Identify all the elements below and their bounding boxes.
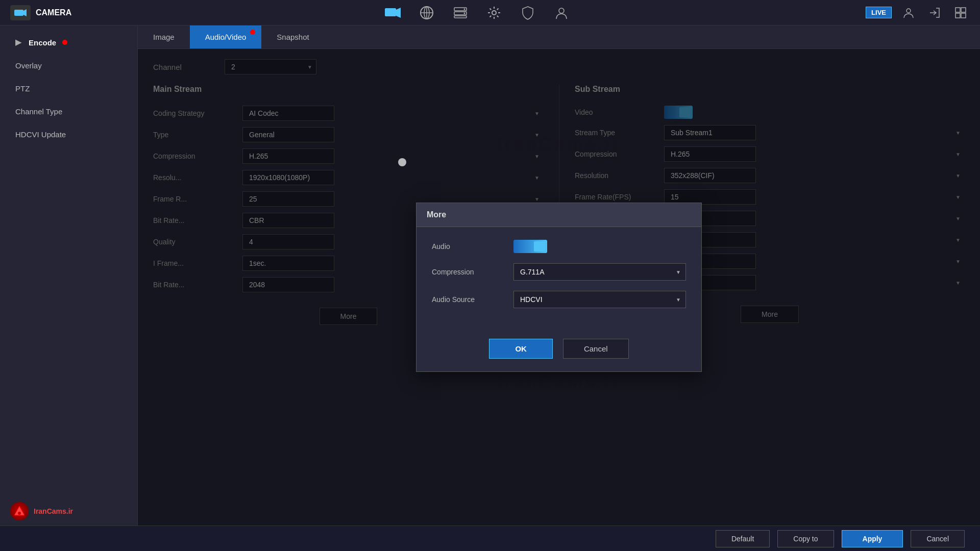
globe-icon[interactable] (418, 4, 436, 22)
top-bar-right: LIVE (842, 4, 970, 22)
grid-icon[interactable] (951, 4, 970, 22)
logout-icon[interactable] (925, 4, 944, 22)
modal-audio-source-wrapper[interactable]: HDCVI LineIn (513, 291, 686, 308)
user-profile-icon[interactable] (899, 4, 918, 22)
sidebar-arrow: ▶ (15, 38, 21, 47)
svg-rect-0 (14, 10, 23, 16)
svg-rect-17 (955, 8, 960, 12)
svg-point-14 (559, 8, 564, 13)
sidebar-item-hdcvi[interactable]: HDCVI Update (0, 123, 137, 146)
main-content: IranCams.ir IranCams.ir IranCams.ir Chan… (138, 49, 980, 525)
logo-text: IranCams.ir (34, 507, 73, 515)
modal-cancel-button[interactable]: Cancel (563, 339, 629, 359)
cancel-button[interactable]: Cancel (911, 530, 965, 547)
bottom-bar: IranCams.ir Default Copy to Apply Cancel (0, 525, 980, 551)
top-bar: CAMERA (0, 0, 980, 26)
svg-rect-2 (385, 8, 396, 16)
modal-audio-source-select[interactable]: HDCVI LineIn (513, 291, 686, 308)
modal-overlay: More Audio Compression (138, 49, 980, 525)
sidebar-item-channel-type[interactable]: Channel Type (0, 100, 137, 123)
sidebar-overlay-label: Overlay (15, 61, 42, 70)
sidebar-channel-type-label: Channel Type (15, 107, 62, 116)
audio-video-badge (250, 30, 255, 35)
svg-rect-19 (955, 13, 960, 18)
svg-point-15 (906, 9, 911, 13)
modal-audio-toggle[interactable] (513, 240, 547, 253)
video-icon[interactable] (384, 4, 402, 22)
svg-rect-18 (961, 8, 966, 12)
encode-badge (62, 40, 67, 45)
sidebar-item-encode[interactable]: ▶ Encode (0, 31, 137, 54)
modal-compression-select-wrapper[interactable]: G.711A G.711Mu AAC G.726 (513, 263, 686, 281)
tab-audio-video-label: Audio/Video (205, 33, 247, 41)
tabs-bar: Image Audio/Video Snapshot (138, 26, 980, 49)
modal-ok-button[interactable]: OK (489, 339, 553, 359)
tab-snapshot-label: Snapshot (277, 33, 309, 41)
modal-body: Audio Compression G.711A G.711Mu (416, 227, 701, 331)
copy-to-button[interactable]: Copy to (777, 530, 834, 547)
live-badge: LIVE (866, 7, 892, 18)
modal-title: More (416, 203, 701, 227)
settings-icon[interactable] (485, 4, 503, 22)
tab-snapshot[interactable]: Snapshot (261, 26, 324, 48)
svg-point-22 (18, 512, 21, 515)
tab-image-label: Image (153, 33, 175, 41)
sidebar-item-ptz[interactable]: PTZ (0, 77, 137, 100)
sidebar-encode-label: Encode (29, 38, 56, 47)
app-logo: CAMERA (10, 5, 112, 20)
logo-area: IranCams.ir (10, 502, 73, 520)
svg-rect-10 (454, 16, 467, 18)
sidebar-item-overlay[interactable]: Overlay (0, 54, 137, 77)
app-title: CAMERA (36, 8, 71, 17)
modal-compression-label: Compression (432, 268, 503, 276)
modal-audio-row: Audio (432, 240, 686, 253)
svg-point-13 (492, 11, 496, 15)
bottom-right: Default Copy to Apply Cancel (716, 530, 965, 547)
modal-audio-source-label: Audio Source (432, 295, 503, 304)
camera-icon-box (10, 5, 31, 20)
sidebar-hdcvi-label: HDCVI Update (15, 130, 66, 139)
modal-footer: OK Cancel (416, 331, 701, 371)
modal-audio-label: Audio (432, 242, 503, 251)
main-layout: ▶ Encode Overlay PTZ Channel Type HDCVI … (0, 26, 980, 525)
modal-compression-row: Compression G.711A G.711Mu AAC G.726 (432, 263, 686, 281)
more-modal: More Audio Compression (416, 203, 702, 372)
sidebar: ▶ Encode Overlay PTZ Channel Type HDCVI … (0, 26, 138, 525)
modal-audio-toggle-knob (534, 241, 545, 252)
tab-image[interactable]: Image (138, 26, 190, 48)
svg-marker-1 (23, 9, 27, 16)
sidebar-ptz-label: PTZ (15, 84, 30, 93)
logo-icon (10, 502, 29, 520)
default-button[interactable]: Default (716, 530, 770, 547)
modal-compression-select[interactable]: G.711A G.711Mu AAC G.726 (513, 263, 686, 281)
top-nav-icons (112, 4, 842, 22)
svg-marker-3 (396, 8, 401, 18)
tab-audio-video[interactable]: Audio/Video (190, 26, 262, 48)
user-icon[interactable] (552, 4, 571, 22)
content-area: Image Audio/Video Snapshot IranCams.ir I… (138, 26, 980, 525)
modal-audio-source-row: Audio Source HDCVI LineIn (432, 291, 686, 308)
svg-rect-20 (961, 13, 966, 18)
shield-icon[interactable] (519, 4, 537, 22)
svg-point-12 (464, 12, 465, 14)
svg-point-11 (464, 8, 465, 10)
apply-button[interactable]: Apply (842, 530, 903, 547)
storage-icon[interactable] (451, 4, 470, 22)
